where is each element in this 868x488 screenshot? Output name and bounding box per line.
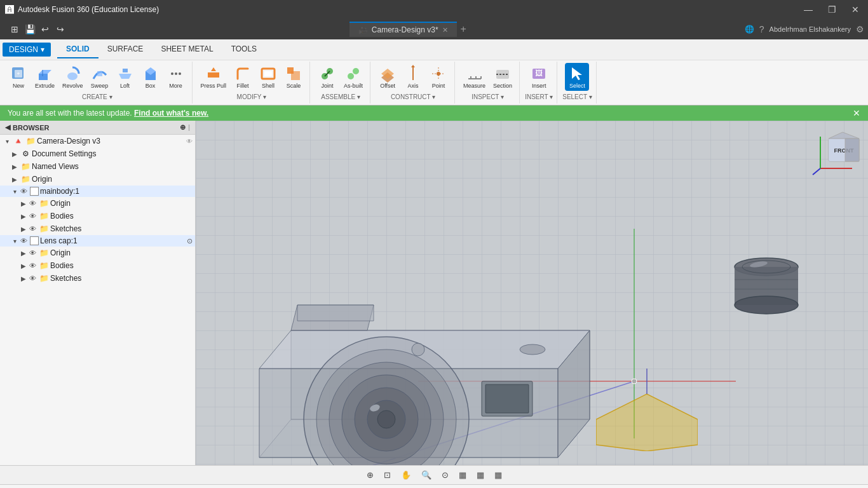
extrude-button[interactable]: Extrude bbox=[32, 63, 58, 91]
browser-item-lenscap-bodies[interactable]: ▶ 👁 📁 Bodies bbox=[0, 259, 195, 272]
view-options-3[interactable]: ▦ bbox=[491, 469, 506, 481]
fillet-button[interactable]: Fillet bbox=[231, 63, 255, 91]
notif-text: You are all set with the latest update. bbox=[8, 109, 132, 118]
move-tool-button[interactable]: ⊕ bbox=[363, 469, 377, 481]
browser-item-doc-settings[interactable]: ▶ ⚙ Document Settings bbox=[0, 147, 195, 160]
more-create-button[interactable]: More bbox=[164, 63, 188, 91]
undo-button[interactable]: ↩ bbox=[38, 22, 52, 36]
origin-label: Origin bbox=[32, 175, 193, 184]
view-cube[interactable]: FRONT bbox=[811, 127, 862, 178]
browser-item-mainbody-origin[interactable]: ▶ 👁 📁 Origin bbox=[0, 197, 195, 210]
maximize-button[interactable]: ❐ bbox=[824, 3, 840, 16]
axis-button[interactable]: Axis bbox=[401, 63, 425, 91]
browser-item-lens-cap[interactable]: ▾ 👁 Lens cap:1 ⊙ bbox=[0, 235, 195, 247]
mainbody-eye[interactable]: 👁 bbox=[20, 187, 27, 195]
document-tab[interactable]: 🎥 Camera-Design v3* ✕ bbox=[349, 22, 457, 37]
viewport[interactable]: FRONT bbox=[196, 121, 868, 465]
insert-button[interactable]: 🖼 Insert bbox=[527, 63, 551, 91]
browser-item-root[interactable]: ▾ 🔺 📁 Camera-Design v3 👁 bbox=[0, 135, 195, 147]
toggle-named-views[interactable]: ▶ bbox=[10, 163, 19, 170]
toggle-mainbody[interactable]: ▾ bbox=[10, 188, 19, 195]
lc-sketches-eye[interactable]: 👁 bbox=[29, 274, 36, 282]
svg-point-6 bbox=[67, 72, 78, 80]
toggle-lens-cap[interactable]: ▾ bbox=[10, 238, 19, 245]
toggle-mainbody-bodies[interactable]: ▶ bbox=[19, 213, 28, 220]
offset-plane-label: Offset bbox=[380, 83, 395, 89]
select-button[interactable]: Select bbox=[565, 63, 589, 91]
settings-icon[interactable]: ⚙ bbox=[856, 24, 864, 34]
toggle-root[interactable]: ▾ bbox=[3, 138, 11, 145]
browser-pin-icon[interactable]: ⊕ bbox=[180, 123, 186, 132]
tab-solid[interactable]: SOLID bbox=[57, 41, 98, 58]
browser-collapse-icon[interactable]: ◀ bbox=[5, 123, 10, 132]
as-built-joint-button[interactable]: As-built bbox=[341, 63, 366, 91]
shell-button[interactable]: Shell bbox=[256, 63, 280, 91]
tab-close[interactable]: ✕ bbox=[442, 26, 448, 34]
section-analysis-button[interactable]: Section bbox=[490, 63, 515, 91]
press-pull-button[interactable]: Press Pull bbox=[198, 63, 230, 91]
named-views-label: Named Views bbox=[32, 162, 193, 171]
toggle-mainbody-origin[interactable]: ▶ bbox=[19, 200, 28, 207]
new-button[interactable]: ⊞ bbox=[8, 22, 22, 36]
orbit-button[interactable]: ⊙ bbox=[438, 469, 452, 481]
browser-item-mainbody[interactable]: ▾ 👁 mainbody:1 bbox=[0, 186, 195, 197]
lens-cap-target-icon[interactable]: ⊙ bbox=[187, 237, 193, 245]
help-icon[interactable]: ? bbox=[759, 24, 764, 34]
notif-close-button[interactable]: ✕ bbox=[853, 108, 860, 118]
minimize-button[interactable]: — bbox=[800, 3, 817, 16]
browser-item-lenscap-origin[interactable]: ▶ 👁 📁 Origin bbox=[0, 247, 195, 259]
notif-link[interactable]: Find out what's new. bbox=[134, 109, 208, 118]
box-button[interactable]: Box bbox=[139, 63, 163, 91]
pan-button[interactable]: ✋ bbox=[397, 469, 415, 481]
lc-origin-eye[interactable]: 👁 bbox=[29, 249, 36, 257]
mb-sketches-folder-icon: 📁 bbox=[39, 224, 49, 234]
offset-plane-button[interactable]: Offset bbox=[376, 63, 400, 91]
lc-bodies-eye[interactable]: 👁 bbox=[29, 262, 36, 269]
zoom-button[interactable]: 🔍 bbox=[417, 469, 435, 481]
toggle-lenscap-origin[interactable]: ▶ bbox=[19, 250, 28, 257]
save-button[interactable]: 💾 bbox=[23, 22, 37, 36]
point-button[interactable]: Point bbox=[426, 63, 451, 91]
toggle-lenscap-bodies[interactable]: ▶ bbox=[19, 262, 28, 269]
mb-origin-eye[interactable]: 👁 bbox=[29, 200, 36, 207]
inspect-label: INSPECT ▾ bbox=[471, 93, 504, 100]
more-create-label: More bbox=[169, 83, 182, 89]
loft-button[interactable]: Loft bbox=[113, 63, 137, 91]
svg-text:🖼: 🖼 bbox=[535, 69, 543, 78]
sweep-button[interactable]: Sweep bbox=[88, 63, 112, 91]
mb-sketches-eye[interactable]: 👁 bbox=[29, 225, 36, 233]
lens-cap-eye[interactable]: 👁 bbox=[20, 237, 27, 245]
browser-item-mainbody-sketches[interactable]: ▶ 👁 📁 Sketches bbox=[0, 222, 195, 235]
view-options-2[interactable]: ▦ bbox=[473, 469, 488, 481]
toggle-lenscap-sketches[interactable]: ▶ bbox=[19, 275, 28, 282]
fit-button[interactable]: ⊡ bbox=[380, 469, 395, 481]
tab-sheet-metal[interactable]: SHEET METAL bbox=[152, 41, 222, 58]
view-options-1[interactable]: ▦ bbox=[455, 469, 470, 481]
tab-tools[interactable]: TOOLS bbox=[222, 41, 266, 58]
title-controls[interactable]: — ❐ ✕ bbox=[800, 3, 863, 16]
browser-item-origin[interactable]: ▶ 📁 Origin bbox=[0, 173, 195, 186]
box-icon bbox=[142, 65, 159, 83]
toggle-origin[interactable]: ▶ bbox=[10, 176, 19, 183]
scale-button[interactable]: Scale bbox=[281, 63, 306, 91]
joint-button[interactable]: Joint bbox=[315, 63, 339, 91]
browser-item-lenscap-sketches[interactable]: ▶ 👁 📁 Sketches bbox=[0, 272, 195, 285]
new-component-button[interactable]: + New bbox=[6, 63, 31, 91]
browser-item-mainbody-bodies[interactable]: ▶ 👁 📁 Bodies bbox=[0, 210, 195, 222]
svg-rect-20 bbox=[287, 67, 294, 74]
tab-surface[interactable]: SURFACE bbox=[98, 41, 153, 58]
close-button[interactable]: ✕ bbox=[848, 3, 863, 16]
toggle-doc-settings[interactable]: ▶ bbox=[10, 151, 19, 158]
add-tab-button[interactable]: + bbox=[461, 24, 466, 35]
measure-button[interactable]: Measure bbox=[460, 63, 489, 91]
notification-bar: You are all set with the latest update. … bbox=[0, 105, 868, 121]
svg-marker-16 bbox=[211, 67, 216, 71]
mb-bodies-eye[interactable]: 👁 bbox=[29, 212, 36, 220]
toggle-mainbody-sketches[interactable]: ▶ bbox=[19, 226, 28, 233]
redo-button[interactable]: ↪ bbox=[53, 22, 67, 36]
insert-group: 🖼 Insert INSERT ▾ bbox=[521, 62, 557, 104]
select-label: Select bbox=[569, 83, 585, 89]
browser-item-named-views[interactable]: ▶ 📁 Named Views bbox=[0, 160, 195, 173]
revolve-button[interactable]: Revolve bbox=[59, 63, 86, 91]
design-dropdown[interactable]: DESIGN ▾ bbox=[3, 43, 51, 57]
